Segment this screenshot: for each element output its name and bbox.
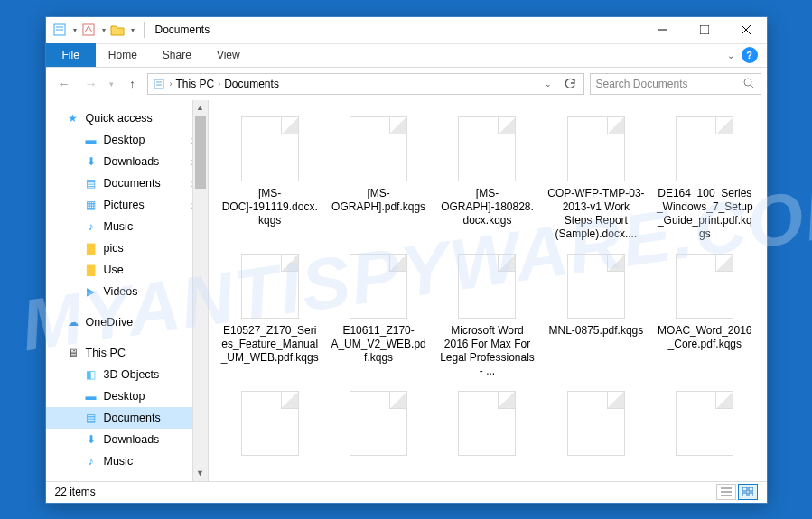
search-placeholder: Search Documents <box>596 78 688 90</box>
file-item[interactable]: [MS-DOC]-191119.docx.kqgs <box>218 113 322 245</box>
sidebar-item-desktop2[interactable]: ▬Desktop <box>46 385 208 407</box>
minimize-button[interactable] <box>642 16 684 43</box>
breadcrumb-current[interactable]: Documents <box>224 78 279 90</box>
search-input[interactable]: Search Documents <box>590 73 761 95</box>
downloads-icon: ⬇ <box>84 154 98 169</box>
maximize-button[interactable] <box>684 16 725 43</box>
recent-dropdown-icon[interactable]: ▾ <box>106 71 118 97</box>
address-bar[interactable]: › This PC › Documents ⌄ <box>147 73 584 95</box>
svg-rect-19 <box>749 493 753 496</box>
view-tab[interactable]: View <box>204 45 253 65</box>
breadcrumb-root[interactable]: This PC <box>176 78 215 90</box>
sidebar-this-pc[interactable]: 🖥This PC <box>46 342 208 364</box>
sidebar-item-use[interactable]: ▇Use <box>46 259 208 281</box>
properties2-icon[interactable] <box>80 22 97 38</box>
sidebar-item-documents[interactable]: ▤Documents📌 <box>46 172 208 194</box>
file-name: [MS-DOC]-191119.docx.kqgs <box>221 187 319 227</box>
scroll-up-icon[interactable]: ▲ <box>193 100 208 116</box>
sidebar-item-music[interactable]: ♪Music <box>46 216 208 237</box>
window-controls <box>642 16 767 43</box>
qat-dropdown2-icon[interactable]: ▾ <box>102 26 106 34</box>
share-tab[interactable]: Share <box>150 45 204 65</box>
sidebar-item-3dobjects[interactable]: ◧3D Objects <box>46 364 208 385</box>
file-item[interactable] <box>218 387 322 481</box>
blank-file-icon <box>458 254 516 319</box>
sidebar-item-desktop[interactable]: ▬Desktop📌 <box>46 129 208 151</box>
sidebar-item-pics[interactable]: ▇pics <box>46 237 208 259</box>
ribbon-expand-icon[interactable]: ⌄ <box>727 51 734 60</box>
file-item[interactable] <box>544 387 649 481</box>
forward-button[interactable]: → <box>79 71 104 97</box>
file-name: Microsoft Word 2016 For Max For Legal Pr… <box>438 324 536 378</box>
sidebar-item-documents2[interactable]: ▤Documents <box>46 407 208 429</box>
blank-file-icon <box>350 391 407 456</box>
main-area: ★Quick access ▬Desktop📌 ⬇Downloads📌 ▤Doc… <box>46 100 767 481</box>
sidebar-item-label: Use <box>104 264 124 276</box>
sidebar-item-label: Music <box>104 455 134 468</box>
file-item[interactable]: E10527_Z170_Series_Feature_Manual_UM_WEB… <box>218 250 322 382</box>
properties-icon[interactable] <box>51 22 68 38</box>
music-icon: ♪ <box>84 219 98 234</box>
blank-file-icon <box>241 391 299 456</box>
sidebar-quick-access[interactable]: ★Quick access <box>46 107 208 129</box>
file-item[interactable]: COP-WFP-TMP-03-2013-v1 Work Steps Report… <box>544 113 649 245</box>
chevron-right-icon[interactable]: › <box>170 79 173 88</box>
sidebar-item-downloads[interactable]: ⬇Downloads📌 <box>46 151 208 172</box>
file-item[interactable]: Microsoft Word 2016 For Max For Legal Pr… <box>434 250 539 382</box>
blank-file-icon <box>567 116 625 181</box>
sidebar-item-label: pics <box>104 242 124 255</box>
file-grid: [MS-DOC]-191119.docx.kqgs[MS-OGRAPH].pdf… <box>209 100 767 481</box>
search-icon <box>743 78 755 89</box>
sidebar-item-videos[interactable]: ▶Videos <box>46 281 208 302</box>
svg-point-11 <box>744 79 751 86</box>
documents-icon: ▤ <box>84 411 98 425</box>
music-icon: ♪ <box>84 454 98 468</box>
close-button[interactable] <box>725 16 767 43</box>
file-item[interactable]: MNL-0875.pdf.kqgs <box>544 250 649 382</box>
scroll-down-icon[interactable]: ▼ <box>193 466 208 481</box>
home-tab[interactable]: Home <box>96 45 150 65</box>
window-title: Documents <box>155 23 210 36</box>
titlebar: ▾ ▾ ▾ Documents <box>46 17 767 44</box>
sidebar-item-pictures[interactable]: ▦Pictures📌 <box>46 194 208 216</box>
file-item[interactable] <box>652 387 757 481</box>
file-name: DE164_100_Series_Windows_7_Setup_Guide_p… <box>656 187 753 241</box>
svg-rect-8 <box>154 79 163 88</box>
blank-file-icon <box>458 116 516 181</box>
history-dropdown-icon[interactable]: ⌄ <box>538 78 558 90</box>
file-item[interactable]: E10611_Z170-A_UM_V2_WEB.pdf.kqgs <box>326 250 431 382</box>
file-item[interactable] <box>326 387 431 481</box>
desktop-icon: ▬ <box>84 133 98 147</box>
blank-file-icon <box>676 254 733 319</box>
chevron-right-icon[interactable]: › <box>218 79 220 88</box>
file-name: E10611_Z170-A_UM_V2_WEB.pdf.kqgs <box>330 324 427 365</box>
back-button[interactable]: ← <box>51 71 77 97</box>
sidebar-item-label: 3D Objects <box>104 368 160 381</box>
refresh-icon[interactable] <box>560 78 580 90</box>
up-button[interactable]: ↑ <box>120 71 145 97</box>
sidebar-scrollbar[interactable]: ▲ ▼ <box>192 100 208 481</box>
file-item[interactable]: MOAC_Word_2016_Core.pdf.kqgs <box>652 250 757 382</box>
sidebar-item-label: Documents <box>104 412 161 424</box>
sidebar-item-downloads2[interactable]: ⬇Downloads <box>46 429 208 450</box>
file-item[interactable]: DE164_100_Series_Windows_7_Setup_Guide_p… <box>652 113 757 245</box>
file-name: MNL-0875.pdf.kqgs <box>549 324 644 351</box>
sidebar-item-music2[interactable]: ♪Music <box>46 450 208 472</box>
qat-menu-icon[interactable]: ▾ <box>131 26 135 34</box>
icons-view-button[interactable] <box>738 484 758 500</box>
file-item[interactable]: [MS-OGRAPH]-180828.docx.kqgs <box>434 113 539 245</box>
sidebar-item-label: Music <box>104 220 134 233</box>
svg-rect-16 <box>742 487 747 491</box>
folder-icon: ▇ <box>84 241 98 255</box>
file-name: [MS-OGRAPH].pdf.kqgs <box>330 187 427 214</box>
help-icon[interactable]: ? <box>742 47 758 63</box>
sidebar-onedrive[interactable]: ☁OneDrive <box>46 311 208 333</box>
file-name: COP-WFP-TMP-03-2013-v1 Work Steps Report… <box>547 187 645 241</box>
qat-dropdown-icon[interactable]: ▾ <box>73 26 77 34</box>
file-item[interactable]: [MS-OGRAPH].pdf.kqgs <box>326 113 431 245</box>
file-tab[interactable]: File <box>46 43 96 67</box>
file-item[interactable] <box>434 387 539 481</box>
scroll-thumb[interactable] <box>195 116 206 189</box>
ribbon: File Home Share View ⌄ ? <box>46 44 767 68</box>
details-view-button[interactable] <box>716 484 736 500</box>
